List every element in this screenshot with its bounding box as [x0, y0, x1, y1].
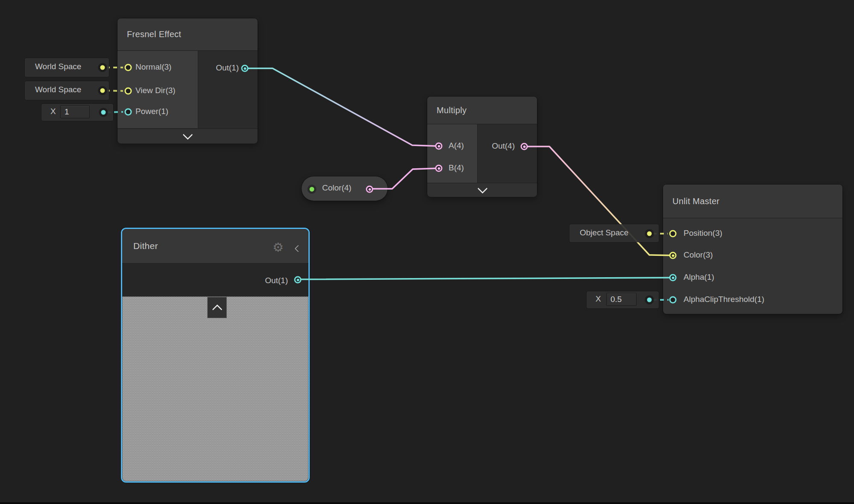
node-dither-title: Dither [122, 241, 158, 251]
alpha-clip-x-label: X [596, 294, 601, 304]
node-unlit-master[interactable]: Unlit Master Position(3) Color(3) Alpha(… [663, 185, 842, 314]
port-fresnel-view-dir[interactable] [125, 88, 132, 95]
port-unlit-color[interactable] [669, 252, 677, 259]
port-multiply-b[interactable] [435, 165, 443, 172]
alpha-clip-value-widget: X [587, 291, 659, 308]
port-label-power: Power(1) [135, 107, 168, 116]
port-label-position: Position(3) [684, 229, 722, 238]
node-multiply-title: Multiply [427, 105, 467, 115]
dropdown-position-space[interactable]: Object Space [569, 224, 659, 242]
port-label-dither-out: Out(1) [265, 276, 288, 285]
port-unlit-alpha[interactable] [669, 274, 677, 281]
multiply-input-panel [427, 124, 478, 183]
power-x-label: X [50, 107, 56, 116]
node-unlit-title: Unlit Master [663, 196, 719, 206]
port-fresnel-power[interactable] [125, 108, 132, 116]
port-fresnel-normal[interactable] [125, 64, 132, 71]
gear-icon[interactable]: ⚙ [273, 241, 284, 254]
space-dot-icon [98, 63, 107, 72]
chevron-up-icon [212, 304, 222, 314]
property-dot-icon [308, 185, 317, 194]
node-unlit-header[interactable]: Unlit Master [663, 185, 842, 218]
space-dot-icon [645, 229, 654, 238]
property-color-label: Color(4) [322, 183, 352, 193]
shader-graph-canvas[interactable]: Fresnel Effect Normal(3) View Dir(3) Pow… [0, 0, 854, 504]
edge-dither-to-unlit-alpha[interactable] [298, 278, 673, 279]
node-fresnel-header[interactable]: Fresnel Effect [117, 18, 258, 51]
port-fresnel-out[interactable] [241, 65, 249, 72]
port-label-a: A(4) [449, 141, 464, 150]
power-value-input[interactable] [60, 105, 90, 118]
port-unlit-alpha-clip[interactable] [669, 296, 677, 304]
port-label-alpha-clip: AlphaClipThreshold(1) [684, 295, 764, 304]
port-multiply-out[interactable] [521, 143, 528, 150]
value-dot-icon [99, 108, 108, 117]
port-unlit-position[interactable] [669, 230, 677, 237]
node-dither[interactable]: Dither ⚙ Out(1) [121, 228, 310, 483]
port-multiply-a[interactable] [435, 143, 443, 150]
dropdown-view-dir-space-value: World Space [35, 85, 81, 94]
dither-preview-image [122, 296, 308, 481]
value-dot-icon [645, 296, 654, 305]
edge-fresnel-to-multiply-a[interactable] [245, 68, 439, 146]
port-label-normal: Normal(3) [135, 62, 171, 72]
alpha-clip-value-input[interactable] [606, 293, 637, 306]
port-label-fresnel-out: Out(1) [216, 63, 239, 73]
multiply-expand-bar[interactable] [427, 183, 537, 197]
chevron-down-icon[interactable] [182, 129, 193, 140]
port-color-property-out[interactable] [366, 186, 373, 193]
node-fresnel-effect[interactable]: Fresnel Effect Normal(3) View Dir(3) Pow… [117, 18, 258, 143]
port-label-b: B(4) [449, 163, 464, 173]
port-dither-out[interactable] [294, 276, 302, 284]
dropdown-normal-space[interactable]: World Space [25, 58, 109, 77]
node-multiply-header[interactable]: Multiply [427, 97, 537, 124]
preview-collapse-button[interactable] [207, 297, 227, 318]
canvas-bottom-edge [0, 502, 854, 504]
port-label-multiply-out: Out(4) [492, 141, 515, 151]
dropdown-view-dir-space[interactable]: World Space [25, 81, 109, 100]
dropdown-position-space-value: Object Space [580, 228, 628, 237]
port-label-color: Color(3) [684, 250, 713, 260]
dropdown-normal-space-value: World Space [35, 62, 81, 71]
port-label-view-dir: View Dir(3) [135, 86, 176, 95]
chevron-down-icon[interactable] [477, 183, 487, 193]
port-label-alpha: Alpha(1) [684, 273, 714, 282]
node-fresnel-title: Fresnel Effect [117, 29, 181, 39]
power-value-widget: X [41, 104, 113, 121]
fresnel-expand-bar[interactable] [117, 129, 258, 144]
space-dot-icon [98, 86, 107, 95]
